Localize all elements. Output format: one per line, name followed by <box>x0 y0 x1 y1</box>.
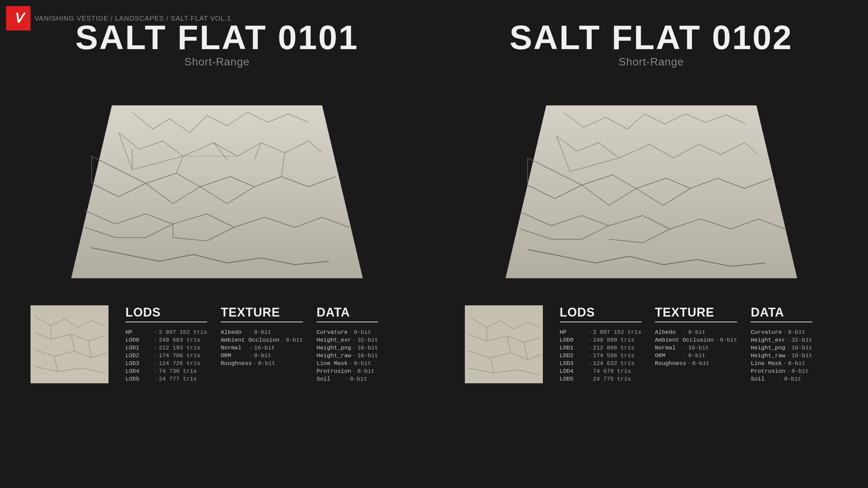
row-label: Ambient Occlusion <box>221 337 279 343</box>
row-value: 124 726 tris <box>159 360 200 367</box>
info-row: Height_png - 16-bit <box>317 345 378 351</box>
left-terrain-shape <box>64 88 370 292</box>
info-row: Line Mask - 8-bit <box>317 360 378 367</box>
row-label: LOD3 <box>560 360 587 367</box>
info-row: LOD2 - 174 596 tris <box>560 352 642 359</box>
info-row: LOD5 - 24 775 tris <box>560 376 642 382</box>
info-row: LOD2 - 174 706 tris <box>125 352 207 359</box>
row-dash: - <box>684 345 687 351</box>
right-texture-header: TEXTURE <box>655 305 737 322</box>
row-value: 2 097 152 tris <box>593 329 642 336</box>
info-row: LOD0 - 249 683 tris <box>125 337 207 343</box>
row-dash: - <box>783 360 787 367</box>
left-info-columns: LODS HP - 2 097 152 trisLOD0 - 249 683 t… <box>125 305 403 382</box>
row-dash: - <box>588 352 592 359</box>
right-info-columns: LODS HP - 2 097 152 trisLOD0 - 249 880 t… <box>560 305 838 382</box>
row-label: Height_png <box>751 345 785 351</box>
info-row: Ambient Occlusion - 8-bit <box>221 337 303 343</box>
info-row: Curvature - 8-bit <box>751 329 812 336</box>
info-row: LOD4 - 74 679 tris <box>560 368 642 374</box>
row-dash: - <box>249 345 253 351</box>
row-label: LOD2 <box>125 352 153 359</box>
right-terrain-shape <box>499 88 804 292</box>
row-label: ORM <box>655 352 682 359</box>
row-value: 8-bit <box>788 360 805 367</box>
row-label: Curvature <box>317 329 348 336</box>
right-info-area: LODS HP - 2 097 152 trisLOD0 - 249 880 t… <box>465 305 838 383</box>
info-row: Soil - 8-bit <box>317 376 378 382</box>
row-label: Albedo <box>221 329 248 336</box>
right-asset-subtitle: Short-Range <box>510 56 793 68</box>
info-row: Line Mask - 8-bit <box>751 360 812 367</box>
row-label: Line Mask <box>751 360 782 367</box>
info-row: Roughness - 8-bit <box>655 360 737 367</box>
right-thumbnail <box>465 305 543 383</box>
info-row: Height_exr - 32-bit <box>751 337 812 343</box>
svg-marker-87 <box>506 105 797 278</box>
row-dash: - <box>154 376 157 382</box>
info-row: Height_exr - 32-bit <box>317 337 378 343</box>
row-dash: - <box>349 329 353 336</box>
row-value: 8-bit <box>791 368 809 374</box>
row-dash: - <box>345 376 349 382</box>
info-row: ORM - 8-bit <box>655 352 737 359</box>
right-texture-rows: Albedo - 8-bitAmbient Occlusion - 8-bitN… <box>655 329 737 367</box>
info-row: LOD0 - 249 880 tris <box>560 337 642 343</box>
row-value: 174 596 tris <box>593 352 634 359</box>
row-value: 249 880 tris <box>593 337 634 343</box>
right-data-column: DATA Curvature - 8-bitHeight_exr - 32-bi… <box>751 305 812 382</box>
row-dash: - <box>154 345 157 351</box>
row-dash: - <box>588 345 592 351</box>
row-label: Height_png <box>317 345 351 351</box>
row-dash: - <box>787 337 790 343</box>
right-lods-rows: HP - 2 097 152 trisLOD0 - 249 880 trisLO… <box>560 329 642 382</box>
row-dash: - <box>684 352 687 359</box>
row-dash: - <box>154 352 157 359</box>
row-label: Height_raw <box>317 352 351 359</box>
row-value: 174 706 tris <box>159 352 200 359</box>
left-texture-rows: Albedo - 8-bitAmbient Occlusion - 8-bitN… <box>221 329 303 367</box>
row-label: LOD4 <box>125 368 153 374</box>
info-row: LOD1 - 212 866 tris <box>560 345 642 351</box>
row-value: 16-bit <box>357 352 378 359</box>
row-value: 8-bit <box>254 352 271 359</box>
row-label: Normal <box>655 345 682 351</box>
row-label: LOD1 <box>560 345 587 351</box>
left-info-area: LODS HP - 2 097 152 trisLOD0 - 249 683 t… <box>31 305 403 383</box>
row-dash: - <box>353 345 356 351</box>
row-dash: - <box>588 376 592 382</box>
row-label: Roughness <box>221 360 252 367</box>
row-label: Protrusion <box>751 368 785 374</box>
row-label: Line Mask <box>317 360 348 367</box>
info-row: Height_raw - 16-bit <box>751 352 812 359</box>
right-data-rows: Curvature - 8-bitHeight_exr - 32-bitHeig… <box>751 329 812 382</box>
row-dash: - <box>154 368 157 374</box>
row-dash: - <box>154 329 157 336</box>
info-row: HP - 2 097 152 tris <box>560 329 642 336</box>
row-dash: - <box>249 329 253 336</box>
left-data-column: DATA Curvature - 8-bitHeight_exr - 32-bi… <box>317 305 378 382</box>
row-dash: - <box>353 337 356 343</box>
right-title-area: SALT FLAT 0102 Short-Range <box>510 20 793 68</box>
row-dash: - <box>588 329 592 336</box>
row-dash: - <box>353 368 356 374</box>
left-lods-column: LODS HP - 2 097 152 trisLOD0 - 249 683 t… <box>125 305 207 382</box>
left-thumbnail <box>31 305 108 383</box>
info-row: Height_png - 16-bit <box>751 345 812 351</box>
row-value: 16-bit <box>254 345 275 351</box>
row-label: Protrusion <box>317 368 351 374</box>
left-asset-title: SALT FLAT 0101 <box>75 20 359 54</box>
row-value: 16-bit <box>791 352 812 359</box>
row-value: 8-bit <box>720 337 737 343</box>
row-dash: - <box>353 352 356 359</box>
left-title-area: SALT FLAT 0101 Short-Range <box>75 20 359 68</box>
row-dash: - <box>787 345 790 351</box>
info-row: Normal - 16-bit <box>221 345 303 351</box>
row-dash: - <box>154 360 157 367</box>
row-value: 8-bit <box>688 352 706 359</box>
row-value: 124 632 tris <box>593 360 634 367</box>
row-value: 2 097 152 tris <box>159 329 207 336</box>
row-value: 212 866 tris <box>593 345 634 351</box>
row-label: LOD0 <box>560 337 587 343</box>
row-value: 32-bit <box>357 337 378 343</box>
